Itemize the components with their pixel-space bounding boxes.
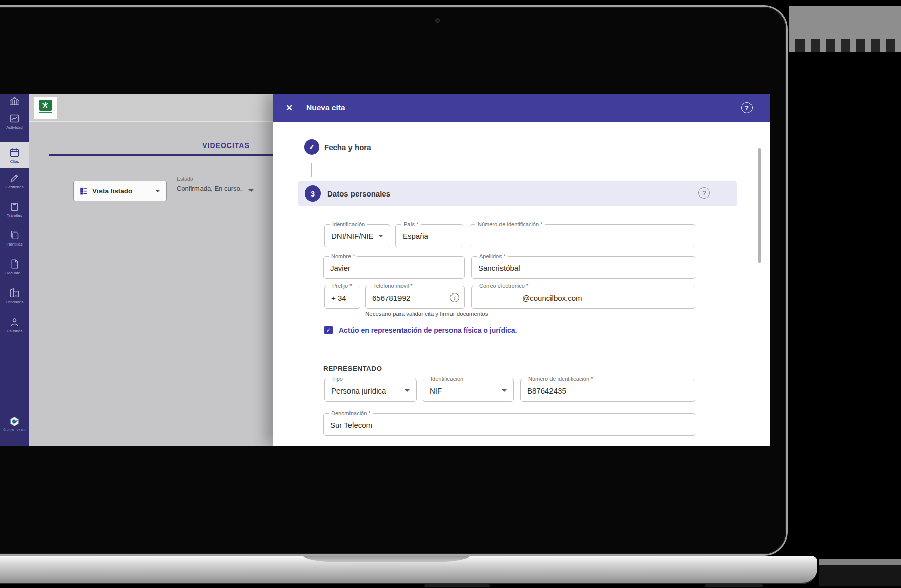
modal-scrollbar[interactable] — [758, 148, 761, 263]
modal-header: ✕ Nueva cita ? — [273, 94, 770, 122]
activity-chart-icon — [9, 113, 20, 124]
telefono-helper-text: Necesario para validar cita y firmar doc… — [365, 311, 488, 317]
sidebar-item-label: Actividad — [6, 125, 22, 130]
backdrop-pattern — [789, 39, 901, 52]
field-value: Persona jurídica — [331, 386, 386, 395]
step3-help-icon[interactable]: ? — [698, 187, 710, 199]
field-value: B87642435 — [527, 386, 566, 395]
backdrop-gray-band — [789, 6, 901, 39]
laptop-base-groove — [303, 556, 470, 562]
sidebar-item-label: Plantillas — [6, 242, 22, 247]
person-icon — [9, 317, 20, 327]
field-label: Prefijo * — [330, 283, 355, 289]
modal-title: Nueva cita — [306, 103, 345, 112]
field-value: España — [403, 231, 428, 240]
sidebar-item-label: Usuarios — [7, 329, 23, 333]
webcam-icon — [435, 18, 440, 23]
field-value: + 34 — [331, 293, 346, 302]
field-label: Nombre * — [329, 253, 357, 259]
pais-field[interactable]: País * España — [395, 224, 463, 247]
chevron-down-icon — [248, 189, 254, 194]
representado-heading: REPRESENTADO — [323, 365, 382, 372]
field-value: @councilbox.com — [522, 293, 582, 302]
representado-numero-field[interactable]: Número de identificación * B87642435 — [520, 379, 695, 402]
prefijo-field[interactable]: Prefijo * + 34 — [324, 286, 360, 309]
field-value: Javier — [330, 263, 351, 272]
sidebar-item-label: Trámites — [7, 213, 22, 218]
representacion-checkbox[interactable]: ✓ — [324, 326, 333, 334]
clipboard-icon — [9, 201, 20, 212]
laptop-foot — [424, 584, 490, 587]
field-label: Teléfono móvil * — [371, 283, 415, 289]
field-value: Sancristóbal — [478, 263, 520, 272]
brand-logo — [34, 97, 57, 119]
sidebar-item-documentos[interactable]: Docume... — [0, 259, 29, 275]
sidebar-item-label: Entidades — [6, 300, 24, 304]
sidebar-item-actividad[interactable]: Actividad — [0, 113, 29, 130]
help-icon[interactable]: ? — [741, 102, 753, 113]
bank-icon — [9, 96, 20, 107]
copy-icon — [9, 230, 20, 240]
page-header — [29, 94, 273, 122]
estado-label: Estado — [177, 176, 193, 182]
sidebar-item-plantillas[interactable]: Plantillas — [0, 230, 29, 247]
sidebar-item-usuarios[interactable]: Usuarios — [0, 317, 29, 333]
pencil-icon — [9, 173, 20, 183]
sidebar-item-label: Citas — [10, 159, 19, 164]
telefono-field[interactable]: Teléfono móvil * 656781992 i — [365, 286, 465, 309]
step3-label: Datos personales — [327, 189, 390, 198]
laptop-foot — [705, 584, 763, 587]
field-label: Tipo — [330, 376, 345, 382]
estado-underline — [177, 198, 254, 198]
info-icon[interactable]: i — [450, 293, 459, 302]
sidebar-item-label: Docume... — [5, 271, 23, 275]
brand-logo-icon — [39, 100, 52, 111]
field-label: Identificación — [428, 376, 466, 382]
app-screen: VIDEOCITAS Vista listado Estado Confirma… — [0, 94, 770, 446]
tipo-select[interactable]: Tipo Persona jurídica — [324, 379, 417, 402]
sidebar-item-citas[interactable]: Citas — [0, 142, 29, 168]
backdrop-seam-shadow — [819, 565, 901, 586]
step3-number-circle: 3 — [305, 185, 321, 202]
field-label: Número de identificación * — [475, 221, 545, 227]
representado-identificacion-select[interactable]: Identificación NIF — [423, 379, 514, 402]
building-icon — [9, 287, 20, 298]
tab-videocitas[interactable]: VIDEOCITAS — [187, 141, 265, 150]
field-value: 656781992 — [372, 293, 410, 302]
field-label: Denominación * — [329, 410, 373, 416]
background-page: VIDEOCITAS Vista listado Estado Confirma… — [29, 94, 273, 446]
field-label: Apellidos * — [477, 253, 508, 259]
sidebar-item-entidades[interactable]: Entidades — [0, 287, 29, 304]
sidebar-item-home[interactable] — [0, 96, 29, 108]
field-label: Identificación — [330, 221, 367, 227]
chevron-down-icon — [155, 190, 160, 195]
sidebar: Actividad Citas Gestiones Trámites Plant… — [0, 94, 29, 446]
tab-indicator — [49, 154, 273, 156]
apellidos-field[interactable]: Apellidos * Sancristóbal — [471, 256, 695, 279]
step1-label: Fecha y hora — [324, 143, 371, 152]
field-label: Número de identificación * — [526, 376, 595, 382]
vista-listado-button[interactable]: Vista listado — [73, 181, 167, 201]
field-value: Sur Telecom — [330, 420, 372, 429]
denominacion-field[interactable]: Denominación * Sur Telecom — [323, 413, 695, 436]
field-label: Correo electrónico * — [477, 283, 531, 289]
estado-filter-select[interactable]: Estado Confirmada, En curso, ... — [177, 175, 254, 201]
identificacion-select[interactable]: Identificación DNI/NIF/NIE — [324, 224, 390, 247]
councilbox-logo-icon — [9, 416, 20, 427]
sidebar-item-label: Gestiones — [5, 185, 23, 189]
representacion-checkbox-label[interactable]: Actúo en representación de persona físic… — [339, 326, 517, 334]
backdrop-seam — [819, 559, 901, 565]
app-version: © 2020 · v7.0.7 — [3, 428, 26, 432]
correo-field[interactable]: Correo electrónico * @councilbox.com — [471, 286, 695, 309]
field-label: País * — [401, 221, 421, 227]
sidebar-footer-logo: © 2020 · v7.0.7 — [0, 416, 29, 432]
list-view-icon — [80, 187, 88, 195]
close-icon[interactable]: ✕ — [286, 103, 293, 113]
numero-identificacion-field[interactable]: Número de identificación * — [470, 224, 695, 247]
sidebar-item-tramites[interactable]: Trámites — [0, 201, 29, 218]
sidebar-item-gestiones[interactable]: Gestiones — [0, 173, 29, 189]
nombre-field[interactable]: Nombre * Javier — [323, 256, 465, 279]
field-value: DNI/NIF/NIE — [331, 231, 373, 240]
calendar-icon — [9, 147, 20, 158]
vista-listado-label: Vista listado — [92, 187, 151, 195]
